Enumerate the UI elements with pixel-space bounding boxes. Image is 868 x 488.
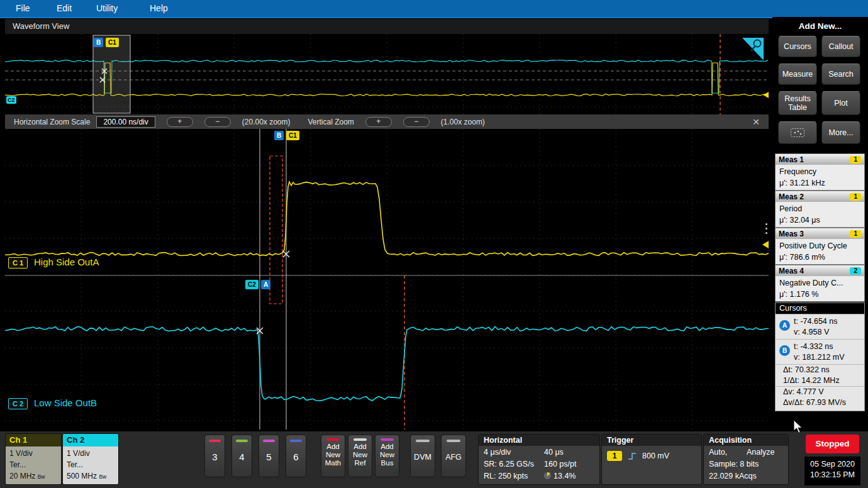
afg-button[interactable]: AFG: [441, 435, 466, 477]
ch3-button[interactable]: 3: [204, 435, 225, 477]
panel-drag-grip[interactable]: [764, 221, 768, 236]
cursors-panel-title: Cursors: [776, 303, 864, 314]
date-text: 05 Sep 2020: [804, 459, 860, 470]
results-sidebar: Add New... Cursors Callout Measure Searc…: [772, 17, 868, 431]
dvm-label: DVM: [411, 453, 435, 462]
ch1-trace: [5, 182, 769, 256]
meas3-source-badge: 1: [850, 230, 861, 238]
ch4-color-stripe: [236, 440, 248, 442]
dvm-button[interactable]: DVM: [410, 435, 435, 477]
cursor-b-badge[interactable]: B: [274, 131, 284, 140]
horizontal-scale: 4 μs/div: [484, 447, 544, 458]
h-zoom-factor: (20.00x zoom): [242, 118, 291, 126]
ch2-handle-tag[interactable]: C 2: [8, 398, 28, 409]
bus-color-stripe: [381, 438, 394, 441]
acquisition-count: 22.029 kAcqs: [709, 471, 757, 482]
h-zoom-in-button[interactable]: +: [167, 117, 193, 127]
meas2-type: Period: [779, 203, 860, 214]
v-zoom-factor: (1.00x zoom): [441, 118, 485, 126]
v-zoom-out-button[interactable]: −: [403, 117, 430, 127]
delta-v-over-delta-t: Δv/Δt: 67.93 MV/s: [776, 397, 864, 408]
v-zoom-in-button[interactable]: +: [365, 117, 392, 127]
inverse-delta-t: 1/Δt: 14.22 MHz: [776, 375, 864, 386]
add-mask-button[interactable]: [778, 121, 817, 144]
ch2-termination: Ter...: [67, 459, 114, 470]
meas2-badge[interactable]: Meas 2 1 Period μ': 32.04 μs: [775, 191, 865, 228]
meas1-value: μ': 31.21 kHz: [779, 177, 860, 189]
ch3-label: 3: [205, 452, 225, 462]
ch1-settings-badge[interactable]: Ch 1 1 V/div Ter... 20 MHz Bw: [5, 433, 62, 485]
cursor-a-voltage: v: 4.958 V: [794, 327, 838, 338]
ch4-button[interactable]: 4: [231, 435, 252, 477]
trigger-position-percent: 13.4%: [554, 472, 576, 480]
horizontal-window: 40 μs: [544, 447, 564, 458]
run-stop-status-button[interactable]: Stopped: [806, 435, 859, 453]
menu-bar: File Edit Utility Help: [0, 0, 868, 18]
horizontal-panel[interactable]: Horizontal 4 μs/div 40 μs SR: 6.25 GS/s …: [478, 434, 600, 485]
ch2-waveform-label: Low Side OutB: [34, 397, 97, 408]
meas4-badge[interactable]: Meas 4 2 Negative Duty C... μ': 1.176 %: [775, 265, 865, 302]
ch1-zoom-badge[interactable]: C1: [286, 131, 299, 140]
add-more-button[interactable]: More...: [821, 121, 860, 144]
grid: [5, 129, 769, 430]
meas3-badge[interactable]: Meas 3 1 Positive Duty Cycle μ': 786.6 m…: [775, 228, 865, 265]
ch6-color-stripe: [290, 440, 302, 442]
waveform-overview[interactable]: B C1 C2: [5, 34, 769, 114]
add-new-bus-button[interactable]: Add New Bus: [375, 435, 399, 477]
acquisition-panel[interactable]: Acquisition Auto, Analyze Sample: 8 bits…: [703, 434, 789, 485]
close-zoom-icon[interactable]: ✕: [752, 117, 760, 127]
cursor-b-badge-overview[interactable]: B: [94, 38, 103, 47]
afg-stripe: [447, 440, 460, 442]
ch4-label: 4: [232, 452, 252, 462]
ch3-color-stripe: [209, 440, 221, 442]
dotted-screen-icon: [790, 128, 805, 138]
cursor-b-icon: B: [779, 345, 790, 356]
v-zoom-label: Vertical Zoom: [308, 118, 353, 126]
ch2-zoom-badge[interactable]: C2: [245, 280, 259, 289]
meas3-type: Positive Duty Cycle: [779, 240, 860, 252]
add-new-math-button[interactable]: Add New Math: [321, 435, 345, 477]
h-zoom-out-button[interactable]: −: [204, 117, 231, 127]
ch2-bw-subscript: Bw: [99, 474, 106, 480]
delta-v: Δv: 4.777 V: [776, 386, 864, 397]
ch6-button[interactable]: 6: [286, 435, 306, 477]
trigger-position-icon: [544, 472, 551, 479]
zoomed-waveform-view[interactable]: B C1 C2 A C 1 High Side OutA C 2 Low Sid…: [5, 129, 769, 430]
add-new-ref-button[interactable]: Add New Ref: [348, 435, 372, 477]
ch2-settings-badge[interactable]: Ch 2 1 V/div Ter... 500 MHz Bw: [62, 433, 119, 485]
zoom-controls-bar: Horizontal Zoom Scale 200.00 ns/div + − …: [5, 114, 769, 129]
menu-file[interactable]: File: [16, 0, 30, 17]
add-results-table-button[interactable]: Results Table: [778, 91, 817, 115]
meas1-badge[interactable]: Meas 1 1 Frequency μ': 31.21 kHz: [775, 153, 865, 191]
ch1-termination: Ter...: [9, 459, 57, 470]
cursor-a-badge[interactable]: A: [261, 280, 270, 289]
add-math-label: Add New Math: [325, 443, 342, 467]
bottom-settings-bar: Ch 1 1 V/div Ter... 20 MHz Bw Ch 2 1 V/d…: [0, 431, 868, 488]
meas1-type: Frequency: [779, 166, 860, 177]
add-search-button[interactable]: Search: [821, 64, 860, 85]
datetime-display: 05 Sep 2020 10:32:15 PM: [804, 457, 860, 485]
ch1-handle-tag[interactable]: C 1: [8, 257, 28, 269]
add-cursors-button[interactable]: Cursors: [778, 36, 817, 57]
mouse-pointer: [793, 419, 804, 435]
add-callout-button[interactable]: Callout: [821, 36, 860, 57]
acquisition-title: Acquisition: [704, 435, 788, 446]
menu-help[interactable]: Help: [150, 0, 168, 17]
menu-utility[interactable]: Utility: [96, 0, 118, 17]
waveform-view-title: Waveform View: [5, 19, 769, 34]
ch1-zoom-badge-overview[interactable]: C1: [106, 38, 119, 47]
add-plot-button[interactable]: Plot: [821, 91, 860, 115]
ch5-button[interactable]: 5: [259, 435, 279, 477]
meas3-name: Meas 3: [779, 230, 804, 238]
ch1-bandwidth: 20 MHz: [9, 472, 35, 480]
time-text: 10:32:15 PM: [804, 470, 860, 480]
meas2-value: μ': 32.04 μs: [779, 214, 860, 226]
trigger-level: 800 mV: [642, 452, 669, 460]
h-zoom-scale-value[interactable]: 200.00 ns/div: [96, 116, 155, 128]
trigger-source-badge: 1: [607, 451, 622, 461]
trigger-panel[interactable]: Trigger 1 800 mV: [601, 434, 702, 485]
menu-edit[interactable]: Edit: [57, 0, 72, 17]
cursor-a-readout: A t: -74.654 ns v: 4.958 V: [776, 314, 864, 340]
add-measure-button[interactable]: Measure: [778, 64, 817, 85]
cursors-results-panel[interactable]: Cursors A t: -74.654 ns v: 4.958 V B t: …: [775, 302, 865, 411]
